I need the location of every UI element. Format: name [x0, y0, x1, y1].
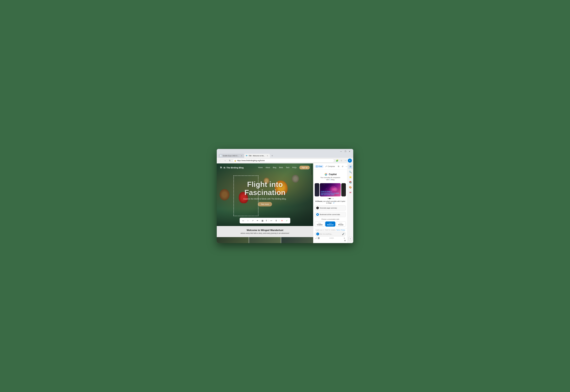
close-button[interactable]: ✕ — [348, 150, 352, 153]
expand-icon[interactable]: ⤢ — [315, 237, 317, 239]
copilot-tagline: Your everyday AI companion — [315, 177, 346, 178]
precise-main: Precise — [337, 224, 345, 225]
tab-compose-label: Compose — [328, 165, 335, 168]
copilot-logo-icon — [324, 172, 328, 176]
copilot-disclaimer: Copilot uses AI. Check for mistakes. Ter… — [315, 229, 346, 231]
floating-toolbar: ▭ ○ ↗ ✒ ▦ T ↩ ⬇ ✕ ✓ — [240, 218, 290, 224]
forward-button[interactable]: → — [223, 159, 227, 163]
nav-birds[interactable]: Birds — [279, 167, 283, 168]
bookmark-tabs-label: Bookmark all the current tabs — [320, 214, 340, 215]
thumbnails-row — [217, 237, 313, 243]
thumbnail-2 — [249, 237, 281, 243]
more-button[interactable]: ⋯ — [344, 159, 348, 163]
tab-1-close[interactable]: ✕ — [240, 154, 243, 157]
microphone-icon[interactable]: 🎤 — [342, 233, 344, 235]
history-icon[interactable]: ↺ — [341, 165, 344, 168]
tool-text[interactable]: T — [265, 219, 267, 223]
extensions-button[interactable]: 🧩 — [335, 159, 339, 163]
edge-icon-tools[interactable]: 🎨 — [348, 185, 353, 190]
tool-confirm[interactable]: ✓ — [285, 219, 289, 223]
copilot-greeting: Hi Bharat, see what's possible with Copi… — [315, 200, 346, 204]
tab-2-close[interactable]: ✕ — [266, 154, 268, 157]
hero-nav-links: Home About Blog Birds Tech FAQs Sign up — [258, 166, 310, 169]
back-button[interactable]: ← — [218, 159, 222, 163]
chat-input[interactable] — [320, 233, 341, 235]
tool-cancel[interactable]: ✕ — [280, 219, 284, 223]
restore-button[interactable]: ❐ — [343, 150, 347, 153]
refresh-greeting-icon[interactable]: ↺ — [333, 202, 334, 204]
carousel-dots — [315, 198, 346, 199]
copilot-sidebar-icon — [349, 166, 352, 168]
send-button[interactable]: ➤ — [344, 237, 345, 239]
settings-icon[interactable]: ⚙ — [344, 239, 346, 242]
carousel-main-image[interactable]: Create an image of impressionist flowers… — [320, 183, 341, 196]
copilot-brand-name: Copilot — [329, 173, 337, 176]
tool-download[interactable]: ⬇ — [274, 219, 278, 223]
image-carousel: Create an image of impressionist flowers… — [315, 183, 346, 196]
image-icon[interactable]: 🖼 — [318, 237, 320, 239]
thumbnail-1 — [217, 237, 249, 243]
window-controls: — ❐ ✕ — [218, 150, 352, 153]
omnibox[interactable]: 🔒 https://www.thebirdingblog.org/home — [233, 159, 334, 163]
minimize-button[interactable]: — — [339, 150, 343, 153]
reload-button[interactable]: ↻ — [228, 159, 232, 163]
nav-blog[interactable]: Blog — [273, 167, 276, 168]
bottom-title: Welcome to Winged Wanderlust — [220, 229, 310, 232]
tab-chat[interactable]: Chat — [315, 165, 323, 168]
copilot-bing: with ⬡ Bing — [315, 179, 346, 181]
scroll-track — [311, 163, 312, 226]
nav-tech[interactable]: Tech — [286, 167, 289, 168]
edge-icon-add[interactable]: + — [348, 237, 352, 241]
tool-ellipse[interactable]: ○ — [246, 219, 250, 223]
copilot-brand: Copilot Your everyday AI companion with … — [315, 171, 346, 182]
favorites-button[interactable]: ☆ — [339, 159, 343, 163]
conv-balanced-button[interactable]: More Balanced — [325, 222, 335, 227]
input-row: B 🎤 — [315, 232, 346, 236]
new-tab-button[interactable]: + — [270, 154, 274, 158]
browser-content: 𝔹: B: The Birding Blog Home About Blog B… — [217, 163, 353, 243]
edge-icon-email[interactable]: ✉ — [348, 190, 353, 195]
tool-pen[interactable]: ✒ — [256, 219, 260, 223]
edge-icon-copilot[interactable] — [348, 165, 353, 169]
generate-summary-button[interactable]: Generate page summary — [315, 205, 346, 210]
balanced-main: Balanced — [326, 224, 334, 225]
conv-creative-button[interactable]: More Creative — [315, 222, 325, 227]
see-more-button[interactable]: See more — [258, 202, 272, 207]
copilot-toolbar-button[interactable]: C — [348, 159, 352, 163]
signup-button[interactable]: Sign up — [299, 166, 310, 169]
tool-rect[interactable]: ▭ — [241, 219, 245, 223]
tab-1[interactable]: 📄 Seattle-Expo-1962-Guidebook ✕ — [218, 154, 244, 158]
input-footer-row: ⤢ 🖼 0/4000 ➤ — [315, 237, 346, 239]
tool-arrow[interactable]: ↗ — [251, 219, 255, 223]
dot-1[interactable] — [327, 198, 328, 199]
input-footer-icons: ⤢ 🖼 — [315, 237, 320, 239]
edge-icon-search[interactable]: 🔍 — [348, 170, 353, 174]
star-background — [320, 183, 341, 196]
tab-compose[interactable]: Compose — [324, 165, 336, 168]
bing-name: Bing — [331, 179, 334, 181]
privacy-link[interactable]: Privacy — [341, 229, 345, 231]
dot-4[interactable] — [333, 198, 334, 199]
nav-about[interactable]: About — [265, 167, 270, 168]
conv-style-label: Choose a conversation style — [315, 218, 346, 220]
edge-icon-collections[interactable]: 📚 — [348, 180, 353, 184]
tool-fill[interactable]: ▦ — [260, 219, 264, 223]
tab-2[interactable]: 🐦 TB8 - Welcome to the world o... ✕ — [244, 154, 270, 158]
dot-3[interactable] — [331, 198, 332, 199]
compose-icon — [325, 165, 327, 168]
bookmark-tabs-button[interactable]: Bookmark all the current tabs — [315, 212, 346, 217]
tool-undo[interactable]: ↩ — [269, 219, 273, 223]
generate-summary-icon — [316, 207, 319, 209]
selection-box — [234, 176, 258, 216]
new-window-icon[interactable]: ⧉ — [337, 165, 340, 168]
edge-icon-favorites[interactable]: ⭐ — [348, 175, 353, 179]
nav-home[interactable]: Home — [258, 167, 263, 168]
toolbar-icons: 🧩 ☆ ⋯ C — [335, 159, 352, 163]
copilot-body: Copilot Your everyday AI companion with … — [313, 169, 347, 228]
dot-2[interactable] — [329, 198, 331, 199]
nav-faqs[interactable]: FAQs — [292, 167, 296, 168]
terms-link[interactable]: Terms — [336, 229, 340, 231]
conv-precise-button[interactable]: More Precise — [336, 222, 346, 227]
tab-2-favicon: 🐦 — [246, 155, 248, 157]
bottom-subtitle: where every bird tells a story, and ever… — [220, 232, 310, 234]
